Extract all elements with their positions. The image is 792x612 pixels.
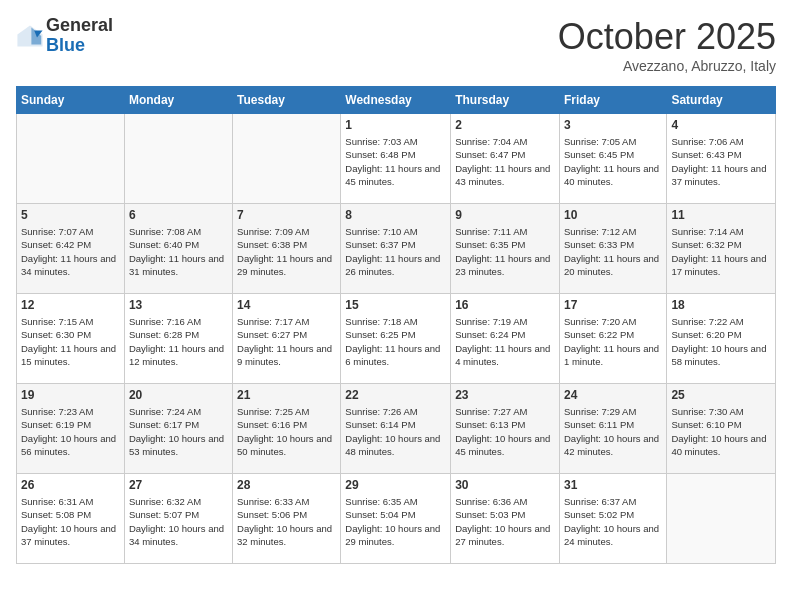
- weekday-header-saturday: Saturday: [667, 87, 776, 114]
- day-number: 27: [129, 478, 228, 492]
- calendar-cell: 14Sunrise: 7:17 AM Sunset: 6:27 PM Dayli…: [233, 294, 341, 384]
- page-header: General Blue October 2025 Avezzano, Abru…: [16, 16, 776, 74]
- month-title: October 2025: [558, 16, 776, 58]
- day-number: 31: [564, 478, 662, 492]
- day-number: 2: [455, 118, 555, 132]
- calendar-cell: 1Sunrise: 7:03 AM Sunset: 6:48 PM Daylig…: [341, 114, 451, 204]
- calendar-table: SundayMondayTuesdayWednesdayThursdayFrid…: [16, 86, 776, 564]
- weekday-header-thursday: Thursday: [451, 87, 560, 114]
- day-number: 9: [455, 208, 555, 222]
- calendar-cell: 10Sunrise: 7:12 AM Sunset: 6:33 PM Dayli…: [559, 204, 666, 294]
- calendar-cell: 15Sunrise: 7:18 AM Sunset: 6:25 PM Dayli…: [341, 294, 451, 384]
- day-number: 20: [129, 388, 228, 402]
- calendar-cell: 26Sunrise: 6:31 AM Sunset: 5:08 PM Dayli…: [17, 474, 125, 564]
- day-number: 1: [345, 118, 446, 132]
- calendar-week-2: 5Sunrise: 7:07 AM Sunset: 6:42 PM Daylig…: [17, 204, 776, 294]
- day-number: 30: [455, 478, 555, 492]
- calendar-week-3: 12Sunrise: 7:15 AM Sunset: 6:30 PM Dayli…: [17, 294, 776, 384]
- logo-blue: Blue: [46, 36, 113, 56]
- calendar-cell: [124, 114, 232, 204]
- calendar-cell: 8Sunrise: 7:10 AM Sunset: 6:37 PM Daylig…: [341, 204, 451, 294]
- calendar-cell: [233, 114, 341, 204]
- day-info: Sunrise: 7:20 AM Sunset: 6:22 PM Dayligh…: [564, 315, 662, 368]
- day-number: 16: [455, 298, 555, 312]
- day-info: Sunrise: 6:36 AM Sunset: 5:03 PM Dayligh…: [455, 495, 555, 548]
- calendar-cell: 7Sunrise: 7:09 AM Sunset: 6:38 PM Daylig…: [233, 204, 341, 294]
- calendar-cell: 21Sunrise: 7:25 AM Sunset: 6:16 PM Dayli…: [233, 384, 341, 474]
- day-number: 13: [129, 298, 228, 312]
- day-number: 18: [671, 298, 771, 312]
- day-info: Sunrise: 7:30 AM Sunset: 6:10 PM Dayligh…: [671, 405, 771, 458]
- weekday-header-sunday: Sunday: [17, 87, 125, 114]
- day-number: 4: [671, 118, 771, 132]
- calendar-cell: 31Sunrise: 6:37 AM Sunset: 5:02 PM Dayli…: [559, 474, 666, 564]
- weekday-header-tuesday: Tuesday: [233, 87, 341, 114]
- day-info: Sunrise: 7:25 AM Sunset: 6:16 PM Dayligh…: [237, 405, 336, 458]
- logo-general: General: [46, 16, 113, 36]
- day-number: 5: [21, 208, 120, 222]
- day-number: 22: [345, 388, 446, 402]
- day-number: 10: [564, 208, 662, 222]
- calendar-cell: 27Sunrise: 6:32 AM Sunset: 5:07 PM Dayli…: [124, 474, 232, 564]
- calendar-cell: 29Sunrise: 6:35 AM Sunset: 5:04 PM Dayli…: [341, 474, 451, 564]
- calendar-cell: 11Sunrise: 7:14 AM Sunset: 6:32 PM Dayli…: [667, 204, 776, 294]
- weekday-header-wednesday: Wednesday: [341, 87, 451, 114]
- day-number: 25: [671, 388, 771, 402]
- day-info: Sunrise: 7:11 AM Sunset: 6:35 PM Dayligh…: [455, 225, 555, 278]
- day-number: 12: [21, 298, 120, 312]
- day-info: Sunrise: 7:23 AM Sunset: 6:19 PM Dayligh…: [21, 405, 120, 458]
- day-info: Sunrise: 7:24 AM Sunset: 6:17 PM Dayligh…: [129, 405, 228, 458]
- calendar-cell: 2Sunrise: 7:04 AM Sunset: 6:47 PM Daylig…: [451, 114, 560, 204]
- day-info: Sunrise: 7:14 AM Sunset: 6:32 PM Dayligh…: [671, 225, 771, 278]
- day-info: Sunrise: 7:17 AM Sunset: 6:27 PM Dayligh…: [237, 315, 336, 368]
- calendar-cell: 24Sunrise: 7:29 AM Sunset: 6:11 PM Dayli…: [559, 384, 666, 474]
- calendar-cell: 12Sunrise: 7:15 AM Sunset: 6:30 PM Dayli…: [17, 294, 125, 384]
- day-info: Sunrise: 7:09 AM Sunset: 6:38 PM Dayligh…: [237, 225, 336, 278]
- day-info: Sunrise: 7:06 AM Sunset: 6:43 PM Dayligh…: [671, 135, 771, 188]
- calendar-cell: 28Sunrise: 6:33 AM Sunset: 5:06 PM Dayli…: [233, 474, 341, 564]
- day-info: Sunrise: 6:32 AM Sunset: 5:07 PM Dayligh…: [129, 495, 228, 548]
- weekday-header-friday: Friday: [559, 87, 666, 114]
- day-info: Sunrise: 7:18 AM Sunset: 6:25 PM Dayligh…: [345, 315, 446, 368]
- day-info: Sunrise: 6:37 AM Sunset: 5:02 PM Dayligh…: [564, 495, 662, 548]
- logo-icon: [16, 22, 44, 50]
- calendar-header: SundayMondayTuesdayWednesdayThursdayFrid…: [17, 87, 776, 114]
- calendar-cell: 13Sunrise: 7:16 AM Sunset: 6:28 PM Dayli…: [124, 294, 232, 384]
- day-number: 21: [237, 388, 336, 402]
- day-info: Sunrise: 7:27 AM Sunset: 6:13 PM Dayligh…: [455, 405, 555, 458]
- calendar-cell: 25Sunrise: 7:30 AM Sunset: 6:10 PM Dayli…: [667, 384, 776, 474]
- day-info: Sunrise: 7:26 AM Sunset: 6:14 PM Dayligh…: [345, 405, 446, 458]
- day-number: 26: [21, 478, 120, 492]
- calendar-cell: 16Sunrise: 7:19 AM Sunset: 6:24 PM Dayli…: [451, 294, 560, 384]
- calendar-week-5: 26Sunrise: 6:31 AM Sunset: 5:08 PM Dayli…: [17, 474, 776, 564]
- weekday-header-monday: Monday: [124, 87, 232, 114]
- calendar-week-1: 1Sunrise: 7:03 AM Sunset: 6:48 PM Daylig…: [17, 114, 776, 204]
- day-number: 19: [21, 388, 120, 402]
- calendar-cell: 30Sunrise: 6:36 AM Sunset: 5:03 PM Dayli…: [451, 474, 560, 564]
- day-number: 17: [564, 298, 662, 312]
- day-info: Sunrise: 7:03 AM Sunset: 6:48 PM Dayligh…: [345, 135, 446, 188]
- day-number: 24: [564, 388, 662, 402]
- day-number: 28: [237, 478, 336, 492]
- day-info: Sunrise: 7:10 AM Sunset: 6:37 PM Dayligh…: [345, 225, 446, 278]
- day-info: Sunrise: 7:19 AM Sunset: 6:24 PM Dayligh…: [455, 315, 555, 368]
- day-info: Sunrise: 6:31 AM Sunset: 5:08 PM Dayligh…: [21, 495, 120, 548]
- calendar-cell: 17Sunrise: 7:20 AM Sunset: 6:22 PM Dayli…: [559, 294, 666, 384]
- calendar-cell: 23Sunrise: 7:27 AM Sunset: 6:13 PM Dayli…: [451, 384, 560, 474]
- calendar-cell: [667, 474, 776, 564]
- calendar-cell: 19Sunrise: 7:23 AM Sunset: 6:19 PM Dayli…: [17, 384, 125, 474]
- day-number: 29: [345, 478, 446, 492]
- day-info: Sunrise: 6:33 AM Sunset: 5:06 PM Dayligh…: [237, 495, 336, 548]
- calendar-cell: 20Sunrise: 7:24 AM Sunset: 6:17 PM Dayli…: [124, 384, 232, 474]
- day-info: Sunrise: 7:05 AM Sunset: 6:45 PM Dayligh…: [564, 135, 662, 188]
- calendar-cell: 9Sunrise: 7:11 AM Sunset: 6:35 PM Daylig…: [451, 204, 560, 294]
- day-info: Sunrise: 7:29 AM Sunset: 6:11 PM Dayligh…: [564, 405, 662, 458]
- day-number: 14: [237, 298, 336, 312]
- day-number: 7: [237, 208, 336, 222]
- location-subtitle: Avezzano, Abruzzo, Italy: [558, 58, 776, 74]
- day-info: Sunrise: 7:12 AM Sunset: 6:33 PM Dayligh…: [564, 225, 662, 278]
- day-info: Sunrise: 7:15 AM Sunset: 6:30 PM Dayligh…: [21, 315, 120, 368]
- calendar-cell: 6Sunrise: 7:08 AM Sunset: 6:40 PM Daylig…: [124, 204, 232, 294]
- day-info: Sunrise: 7:07 AM Sunset: 6:42 PM Dayligh…: [21, 225, 120, 278]
- calendar-cell: [17, 114, 125, 204]
